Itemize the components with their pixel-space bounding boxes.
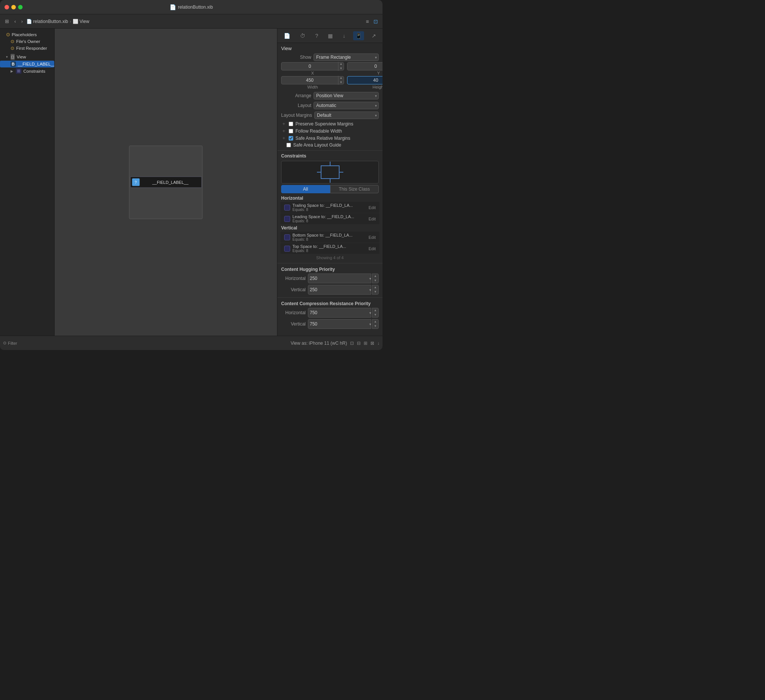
safe-area-layout-checkbox[interactable]	[286, 143, 291, 147]
placeholders-header: ⊙ Placeholders	[0, 31, 54, 38]
constraint-trailing-icon	[284, 204, 290, 211]
constraint-top-edit[interactable]: Edit	[368, 246, 376, 251]
arrange-select[interactable]: Position View	[313, 92, 379, 99]
compression-title: Content Compression Resistance Priority	[277, 299, 382, 307]
compress-v-step-up[interactable]: ▲	[372, 319, 378, 324]
fullscreen-button[interactable]	[18, 5, 23, 9]
width-step-down[interactable]: ▼	[338, 80, 344, 85]
sidebar-item-first-responder[interactable]: ⊙ First Responder	[0, 45, 54, 52]
layout-margins-select[interactable]: Default	[314, 112, 379, 119]
compress-h-step-up[interactable]: ▲	[372, 308, 378, 313]
close-button[interactable]	[5, 5, 9, 9]
vertical-section-title: Vertical	[277, 225, 382, 231]
safe-area-margins-checkbox[interactable]	[289, 136, 293, 140]
x-input[interactable]	[282, 64, 338, 69]
apps-button[interactable]: ⊞	[3, 17, 11, 25]
constraint-leading-sub: Equals: 8	[293, 219, 366, 223]
safe-area-plus[interactable]: +	[281, 135, 286, 141]
statusbar-icon-1[interactable]: ⊡	[350, 341, 354, 346]
hugging-horizontal-row: Horizontal 250 ▲ ▼	[277, 273, 382, 284]
sidebar-item-constraints[interactable]: ▶ ⊞ Constraints	[0, 68, 54, 75]
show-label: Show	[281, 55, 311, 60]
constraints-disclosure-arrow[interactable]: ▶	[11, 69, 13, 73]
constraint-top-main: Top Space to: __FIELD_LA...	[293, 244, 366, 249]
sidebar-item-field-label[interactable]: B __FIELD_LABEL__	[0, 61, 54, 68]
constraint-leading-icon	[284, 216, 290, 222]
y-value-field: ▲ ▼	[347, 62, 382, 71]
compression-vertical-select[interactable]: 750	[308, 319, 371, 329]
insp-file-icon[interactable]: 📄	[282, 31, 293, 40]
compress-v-step-down[interactable]: ▼	[372, 324, 378, 329]
hugging-vertical-select[interactable]: 250	[308, 285, 371, 295]
tab-this-size-class[interactable]: This Size Class	[330, 185, 379, 193]
hugging-v-step-up[interactable]: ▲	[372, 285, 378, 290]
height-input[interactable]	[348, 78, 382, 83]
width-label: Width	[281, 85, 344, 89]
sidebar-item-file-owner[interactable]: ⊙ File's Owner	[0, 38, 54, 45]
statusbar-icon-3[interactable]: ⊞	[364, 341, 367, 346]
constraint-bottom-main: Bottom Space to: __FIELD_LA...	[293, 233, 366, 238]
width-group: ▲ ▼ Width	[281, 76, 344, 89]
insp-clock-icon[interactable]: ⏱	[298, 31, 307, 40]
statusbar-icon-4[interactable]: ⊠	[370, 341, 374, 346]
view-disclosure-arrow[interactable]: ▾	[6, 55, 8, 59]
breadcrumb-xib[interactable]: 📄 relationButton.xib	[27, 19, 68, 24]
compression-horizontal-select-wrap: 750 ▲ ▼	[308, 308, 379, 318]
preserve-plus[interactable]: +	[281, 121, 286, 127]
view-as-label: View as: iPhone 11 (wC hR)	[291, 341, 347, 346]
show-select[interactable]: Frame Rectangle	[313, 53, 379, 61]
insp-download-icon[interactable]: ↓	[341, 31, 348, 40]
xy-grid: ▲ ▼ X ▲ ▼	[281, 62, 379, 76]
list-icon-btn[interactable]: ≡	[364, 17, 370, 26]
view-section: ▾ □ View B __FIELD_LABEL__ ▶ ⊞ Constrain…	[0, 52, 54, 76]
hugging-horizontal-label: Horizontal	[281, 276, 305, 281]
hugging-h-step-up[interactable]: ▲	[372, 274, 378, 278]
label-icon: B	[11, 61, 16, 67]
minimize-button[interactable]	[11, 5, 16, 9]
inspector-content: View Show Frame Rectangle	[277, 43, 382, 330]
hugging-horizontal-stepper: ▲ ▼	[372, 274, 379, 283]
constraint-leading-edit[interactable]: Edit	[368, 217, 376, 221]
layout-margins-label: Layout Margins	[281, 113, 312, 118]
width-input[interactable]	[282, 78, 338, 83]
hugging-horizontal-select[interactable]: 250	[308, 274, 371, 283]
breadcrumb-view[interactable]: ⬜ View	[73, 19, 89, 24]
insp-device-icon[interactable]: 📱	[353, 31, 364, 40]
layout-select[interactable]: Automatic	[313, 102, 379, 109]
constraint-bottom-sub: Equals: 8	[293, 238, 366, 242]
sidebar-item-view[interactable]: ▾ □ View	[0, 53, 54, 61]
hugging-vertical-stepper: ▲ ▼	[372, 285, 379, 295]
x-step-down[interactable]: ▼	[338, 66, 344, 71]
follow-checkbox[interactable]	[289, 129, 293, 134]
filter-button[interactable]: ⊙ Filter	[3, 341, 17, 346]
x-step-up[interactable]: ▲	[338, 62, 344, 66]
canvas-widget[interactable]: ? __FIELD_LABEL__	[130, 177, 201, 188]
statusbar-icon-5[interactable]: ↓	[377, 341, 379, 346]
insp-question-icon[interactable]: ?	[313, 31, 320, 40]
forward-button[interactable]: ›	[19, 17, 25, 25]
hugging-h-step-down[interactable]: ▼	[372, 278, 378, 283]
compression-horizontal-select[interactable]: 750	[308, 308, 371, 318]
y-input[interactable]	[348, 64, 382, 69]
preserve-checkbox[interactable]	[289, 122, 293, 126]
compress-h-step-down[interactable]: ▼	[372, 313, 378, 317]
tab-all[interactable]: All	[281, 185, 330, 193]
statusbar-icon-2[interactable]: ⊟	[357, 341, 360, 346]
view-icon: □	[11, 54, 15, 60]
divider-2	[277, 263, 382, 263]
follow-plus[interactable]: +	[281, 128, 286, 134]
constraint-bottom-edit[interactable]: Edit	[368, 235, 376, 240]
hugging-v-step-down[interactable]: ▼	[372, 290, 378, 294]
insp-grid-icon[interactable]: ▦	[326, 31, 335, 40]
constraint-leading-text: Leading Space to: __FIELD_LA... Equals: …	[293, 214, 366, 223]
divider-1	[277, 150, 382, 151]
width-step-up[interactable]: ▲	[338, 76, 344, 80]
follow-label: Follow Readable Width	[296, 129, 342, 134]
doc-icon: 📄	[170, 4, 176, 10]
constraint-trailing-edit[interactable]: Edit	[368, 205, 376, 210]
constraint-top-icon	[284, 245, 290, 252]
constraint-bottom-text: Bottom Space to: __FIELD_LA... Equals: 8	[293, 233, 366, 242]
back-button[interactable]: ‹	[13, 17, 18, 25]
insp-arrow-icon[interactable]: ↗	[369, 31, 378, 40]
panel-icon-btn[interactable]: ⊡	[372, 17, 379, 26]
